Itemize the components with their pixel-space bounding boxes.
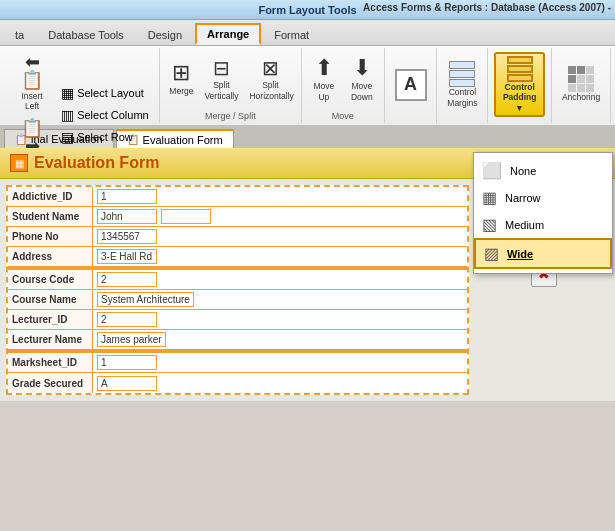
anchoring-content: Anchoring	[558, 50, 604, 119]
padding-medium-label: Medium	[505, 219, 544, 231]
tab-format[interactable]: Format	[263, 23, 320, 45]
value-course-name: System Architecture	[93, 290, 467, 309]
ribbon-tabs: ta Database Tools Design Arrange Format	[0, 20, 615, 46]
tab-design[interactable]: Design	[137, 23, 193, 45]
form-row-student-name: Student Name John	[8, 207, 467, 227]
value-grade: A	[93, 373, 467, 393]
control-padding-button[interactable]: ControlPadding ▾	[494, 52, 545, 117]
group-move: ⬆ MoveUp ⬇ MoveDown Move	[302, 48, 385, 123]
select-column-icon: ▥	[61, 107, 74, 123]
form-row-course-name: Course Name System Architecture	[8, 290, 467, 310]
input-lecturer-name[interactable]: James parker	[97, 332, 166, 347]
eval-form-tab-label: Evaluation Form	[143, 134, 223, 146]
input-marksheet-id[interactable]: 1	[97, 355, 157, 370]
insert-left-button[interactable]: ⬅📋 InsertLeft	[10, 50, 54, 114]
label-lecturer-name: Lecturer Name	[8, 330, 93, 349]
input-course-code[interactable]: 2	[97, 272, 157, 287]
control-margins-button[interactable]: ControlMargins	[443, 58, 481, 110]
merge-split-label: Merge / Split	[205, 111, 256, 121]
input-student-name2[interactable]	[161, 209, 211, 224]
move-down-icon: ⬇	[353, 57, 371, 79]
select-row-button[interactable]: ▤ Select Row	[57, 127, 153, 147]
label-course-code: Course Code	[8, 270, 93, 289]
move-up-button[interactable]: ⬆ MoveUp	[308, 54, 340, 104]
form-row-addictive-id: Addictive_ID 1	[8, 187, 467, 207]
move-down-button[interactable]: ⬇ MoveDown	[346, 54, 378, 104]
tab-database-tools[interactable]: Database Tools	[37, 23, 135, 45]
padding-narrow-icon: ▦	[482, 188, 497, 207]
move-up-icon: ⬆	[315, 57, 333, 79]
form-title: Evaluation Form	[34, 154, 159, 172]
label-addictive-id: Addictive_ID	[8, 187, 93, 206]
title-bar-right: Access Forms & Reports : Database (Acces…	[363, 2, 611, 13]
select-buttons: ▦ Select Layout ▥ Select Column ▤ Select…	[57, 83, 153, 147]
padding-medium-icon: ▧	[482, 215, 497, 234]
tab-arrange[interactable]: Arrange	[195, 23, 261, 45]
input-lecturer-id[interactable]: 2	[97, 312, 157, 327]
label-address: Address	[8, 247, 93, 266]
form-row-course-code: Course Code 2	[8, 270, 467, 290]
input-course-name[interactable]: System Architecture	[97, 292, 194, 307]
select-layout-icon: ▦	[61, 85, 74, 101]
input-phone[interactable]: 1345567	[97, 229, 157, 244]
form-row-lecturer-name: Lecturer Name James parker	[8, 330, 467, 350]
value-student-name: John	[93, 207, 467, 226]
control-margins-icon	[449, 61, 475, 87]
group-rows-columns: ⬅📋 InsertLeft 📋➡ InsertRight ▦ Select La…	[4, 48, 160, 123]
split-horizontally-button[interactable]: ⊠ SplitHorizontally	[245, 55, 295, 103]
insert-left-icon: ⬅📋	[14, 53, 50, 89]
tab-ta[interactable]: ta	[4, 23, 35, 45]
form-row-phone: Phone No 1345567	[8, 227, 467, 247]
padding-wide-icon: ▨	[484, 244, 499, 263]
control-padding-icon	[507, 56, 533, 82]
group-control-margins: ControlMargins	[437, 48, 488, 123]
form-header-icon: ▦	[10, 154, 28, 172]
input-addictive-id[interactable]: 1	[97, 189, 157, 204]
merge-button[interactable]: ⊞ Merge	[165, 59, 197, 99]
merge-split-content: ⊞ Merge ⊟ SplitVertically ⊠ SplitHorizon…	[165, 50, 295, 109]
padding-narrow[interactable]: ▦ Narrow	[474, 184, 612, 211]
padding-none-icon: ⬜	[482, 161, 502, 180]
a-icon-button[interactable]: A	[391, 66, 431, 104]
label-grade: Grade Secured	[8, 373, 93, 393]
form-left-panel: Addictive_ID 1 Student Name John Phone N…	[6, 185, 469, 395]
padding-dropdown: ⬜ None ▦ Narrow ▧ Medium ▨ Wide	[473, 152, 613, 274]
a-display-icon: A	[395, 69, 427, 101]
padding-none[interactable]: ⬜ None	[474, 157, 612, 184]
form-row-address: Address 3-E Hall Rd	[8, 247, 467, 267]
form-row-grade: Grade Secured A	[8, 373, 467, 393]
input-grade[interactable]: A	[97, 376, 157, 391]
label-phone: Phone No	[8, 227, 93, 246]
split-vertically-button[interactable]: ⊟ SplitVertically	[200, 55, 242, 103]
input-student-name[interactable]: John	[97, 209, 157, 224]
padding-none-label: None	[510, 165, 536, 177]
control-margins-content: ControlMargins	[443, 50, 481, 119]
select-layout-button[interactable]: ▦ Select Layout	[57, 83, 153, 103]
group-control-padding: ControlPadding ▾	[488, 48, 552, 123]
label-course-name: Course Name	[8, 290, 93, 309]
label-student-name: Student Name	[8, 207, 93, 226]
group-anchoring: Anchoring	[552, 48, 611, 123]
anchoring-button[interactable]: Anchoring	[558, 63, 604, 105]
value-phone: 1345567	[93, 227, 467, 246]
label-lecturer-id: Lecturer_ID	[8, 310, 93, 329]
value-addictive-id: 1	[93, 187, 467, 206]
value-lecturer-id: 2	[93, 310, 467, 329]
value-marksheet-id: 1	[93, 353, 467, 372]
padding-narrow-label: Narrow	[505, 192, 540, 204]
a-icon-content: A	[391, 50, 431, 119]
ribbon-toolbar: ⬅📋 InsertLeft 📋➡ InsertRight ▦ Select La…	[0, 46, 615, 126]
select-row-icon: ▤	[61, 129, 74, 145]
select-column-button[interactable]: ▥ Select Column	[57, 105, 153, 125]
split-horizontally-icon: ⊠	[262, 58, 279, 78]
split-vertically-icon: ⊟	[213, 58, 230, 78]
label-marksheet-id: Marksheet_ID	[8, 353, 93, 372]
anchoring-icon	[568, 66, 594, 92]
value-course-code: 2	[93, 270, 467, 289]
padding-wide[interactable]: ▨ Wide	[474, 238, 612, 269]
input-address[interactable]: 3-E Hall Rd	[97, 249, 157, 264]
form-row-marksheet-id: Marksheet_ID 1	[8, 353, 467, 373]
padding-wide-label: Wide	[507, 248, 533, 260]
padding-medium[interactable]: ▧ Medium	[474, 211, 612, 238]
group-a-icon: A	[385, 48, 438, 123]
